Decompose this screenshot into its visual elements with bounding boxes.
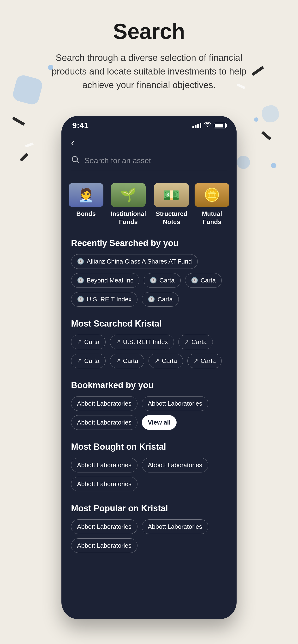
view-all-label: View all xyxy=(148,419,171,426)
bm-chip-abbott-2[interactable]: Abbott Laboratories xyxy=(142,396,208,411)
chip-carta-1-label: Carta xyxy=(159,277,175,284)
chip-carta-1[interactable]: 🕐 Carta xyxy=(144,273,181,288)
mp-chip-abbott-2[interactable]: Abbott Laboratories xyxy=(142,520,208,534)
chip-carta-2-label: Carta xyxy=(201,277,216,284)
mb-chip-abbott-2[interactable]: Abbott Laboratories xyxy=(142,458,208,472)
trending-icon-7: ↗ xyxy=(193,358,198,364)
ms-chip-us-reit-label: U.S. REIT Index xyxy=(123,338,168,346)
chip-allianz-label: Allianz China Class A Shares AT Fund xyxy=(87,258,192,265)
svg-line-1 xyxy=(77,161,79,163)
category-institutional-image: 🌱 xyxy=(111,183,146,207)
ms-chip-carta-5-label: Carta xyxy=(162,357,177,365)
most-bought-title: Most Bought on Kristal xyxy=(71,442,227,452)
most-popular-title: Most Popular on Kristal xyxy=(71,503,227,514)
chip-us-reit[interactable]: 🕐 U.S. REIT Index xyxy=(71,292,137,307)
ms-chip-us-reit[interactable]: ↗ U.S. REIT Index xyxy=(110,335,174,349)
mp-chip-abbott-1[interactable]: Abbott Laboratories xyxy=(71,520,137,534)
chip-carta-3-label: Carta xyxy=(158,296,173,303)
ms-chip-carta-6[interactable]: ↗ Carta xyxy=(187,354,222,368)
most-bought-section: Most Bought on Kristal Abbott Laboratori… xyxy=(61,437,237,498)
clock-icon: 🕐 xyxy=(77,258,84,265)
wifi-icon xyxy=(204,122,211,129)
trending-icon-6: ↗ xyxy=(155,358,159,364)
mb-chip-abbott-1[interactable]: Abbott Laboratories xyxy=(71,458,137,472)
ms-chip-carta-4-label: Carta xyxy=(123,357,138,365)
chip-allianz[interactable]: 🕐 Allianz China Class A Shares AT Fund xyxy=(71,254,198,269)
category-structured-image: 💵 xyxy=(154,183,189,207)
mp-chip-abbott-1-label: Abbott Laboratories xyxy=(77,523,131,530)
bm-chip-abbott-1-label: Abbott Laboratories xyxy=(77,400,131,407)
search-input[interactable]: Search for an asset xyxy=(84,156,227,165)
hero-section: Search Search through a diverse selectio… xyxy=(0,0,298,106)
categories-scroll: 🧑‍💼 Bonds 🌱 Institutional Funds 💵 Struct… xyxy=(61,181,237,233)
category-mutual-image: 🪙 xyxy=(195,183,229,207)
clock-icon-3: 🕐 xyxy=(150,277,157,284)
status-bar: 9:41 xyxy=(61,116,237,132)
ms-chip-carta-1[interactable]: ↗ Carta xyxy=(71,335,106,349)
hero-title: Search xyxy=(24,19,274,44)
bookmarked-title: Bookmarked by you xyxy=(71,380,227,390)
mp-chip-abbott-2-label: Abbott Laboratories xyxy=(148,523,202,530)
mb-chip-abbott-1-label: Abbott Laboratories xyxy=(77,462,131,469)
category-structured[interactable]: 💵 Structured Notes xyxy=(153,183,190,226)
clock-icon-6: 🕐 xyxy=(148,296,155,302)
bookmarked-chips: Abbott Laboratories Abbott Laboratories … xyxy=(71,396,227,430)
recently-searched-chips: 🕐 Allianz China Class A Shares AT Fund 🕐… xyxy=(71,254,227,307)
bm-chip-abbott-1[interactable]: Abbott Laboratories xyxy=(71,396,137,411)
search-icon xyxy=(71,155,80,166)
chip-carta-2[interactable]: 🕐 Carta xyxy=(185,273,222,288)
back-button[interactable]: ‹ xyxy=(61,132,237,150)
category-structured-label: Structured Notes xyxy=(153,210,190,226)
mp-chip-abbott-3[interactable]: Abbott Laboratories xyxy=(71,538,137,553)
mb-chip-abbott-3-label: Abbott Laboratories xyxy=(77,480,131,488)
bm-chip-abbott-3[interactable]: Abbott Laboratories xyxy=(71,415,137,430)
chip-beyond-meat-label: Beyond Meat Inc xyxy=(87,277,133,284)
category-bonds-image: 🧑‍💼 xyxy=(69,183,103,207)
category-bonds-label: Bonds xyxy=(76,210,96,218)
bm-chip-abbott-3-label: Abbott Laboratories xyxy=(77,419,131,426)
chip-us-reit-label: U.S. REIT Index xyxy=(87,296,131,303)
bookmarked-section: Bookmarked by you Abbott Laboratories Ab… xyxy=(61,376,237,437)
ms-chip-carta-3-label: Carta xyxy=(84,357,100,365)
hero-subtitle: Search through a diverse selection of fi… xyxy=(41,51,257,92)
chip-beyond-meat[interactable]: 🕐 Beyond Meat Inc xyxy=(71,273,139,288)
trending-icon-1: ↗ xyxy=(77,338,82,345)
ms-chip-carta-4[interactable]: ↗ Carta xyxy=(110,354,144,368)
bm-chip-abbott-2-label: Abbott Laboratories xyxy=(148,400,202,407)
search-bar[interactable]: Search for an asset xyxy=(71,155,227,171)
phone-mockup-container: 9:41 xyxy=(0,116,298,638)
chip-carta-3[interactable]: 🕐 Carta xyxy=(142,292,179,307)
mb-chip-abbott-3[interactable]: Abbott Laboratories xyxy=(71,477,137,492)
trending-icon-2: ↗ xyxy=(116,338,121,345)
category-institutional-label: Institutional Funds xyxy=(108,210,148,226)
most-popular-section: Most Popular on Kristal Abbott Laborator… xyxy=(61,498,237,560)
most-searched-chips: ↗ Carta ↗ U.S. REIT Index ↗ Carta ↗ Cart… xyxy=(71,335,227,368)
category-mutual-label: Mutual Funds xyxy=(195,210,229,226)
category-mutual[interactable]: 🪙 Mutual Funds xyxy=(195,183,229,226)
ms-chip-carta-6-label: Carta xyxy=(201,357,216,365)
status-icons xyxy=(192,122,226,129)
most-searched-section: Most Searched Kristal ↗ Carta ↗ U.S. REI… xyxy=(61,314,237,376)
mb-chip-abbott-2-label: Abbott Laboratories xyxy=(148,462,202,469)
most-searched-title: Most Searched Kristal xyxy=(71,319,227,329)
trending-icon-3: ↗ xyxy=(184,338,189,345)
ms-chip-carta-2-label: Carta xyxy=(192,338,207,346)
ms-chip-carta-3[interactable]: ↗ Carta xyxy=(71,354,106,368)
ms-chip-carta-5[interactable]: ↗ Carta xyxy=(148,354,183,368)
most-bought-chips: Abbott Laboratories Abbott Laboratories … xyxy=(71,458,227,492)
ms-chip-carta-1-label: Carta xyxy=(84,338,100,346)
recently-searched-title: Recently Searched by you xyxy=(71,238,227,248)
signal-icon xyxy=(192,123,201,128)
category-institutional[interactable]: 🌱 Institutional Funds xyxy=(108,183,148,226)
status-time: 9:41 xyxy=(72,121,89,130)
phone-frame: 9:41 xyxy=(61,116,237,619)
ms-chip-carta-2[interactable]: ↗ Carta xyxy=(178,335,213,349)
most-popular-chips: Abbott Laboratories Abbott Laboratories … xyxy=(71,520,227,553)
mp-chip-abbott-3-label: Abbott Laboratories xyxy=(77,542,131,549)
view-all-button[interactable]: View all xyxy=(142,415,177,430)
back-arrow-icon: ‹ xyxy=(71,137,74,148)
recently-searched-section: Recently Searched by you 🕐 Allianz China… xyxy=(61,233,237,314)
clock-icon-5: 🕐 xyxy=(77,296,84,302)
category-bonds[interactable]: 🧑‍💼 Bonds xyxy=(69,183,103,226)
trending-icon-5: ↗ xyxy=(116,358,121,364)
